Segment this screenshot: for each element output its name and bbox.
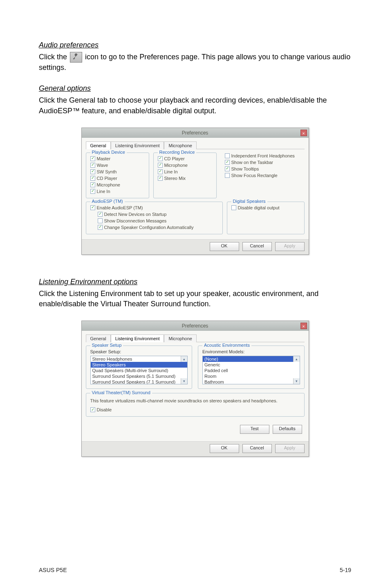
defaults-button[interactable]: Defaults	[273, 425, 302, 434]
enable-audioesp[interactable]: Enable AudioESP (TM)	[90, 205, 218, 210]
ok-button[interactable]: OK	[210, 444, 239, 453]
list-item[interactable]: Surround Sound Speakers (7.1 Surround)	[91, 379, 188, 384]
checkbox-icon[interactable]	[225, 173, 230, 178]
recording-device-group: Recording Device CD Player Microphone Li…	[153, 153, 217, 198]
checkbox-icon[interactable]	[98, 212, 103, 217]
speaker-setup-legend: Speaker Setup	[90, 343, 123, 348]
chevron-up-icon[interactable]: ▴	[293, 356, 300, 362]
virtual-theater-legend: Virtual Theater(TM) Surround	[90, 390, 152, 395]
tab-listening[interactable]: Listening Environment	[111, 141, 164, 149]
test-button[interactable]: Test	[240, 425, 269, 434]
list-item[interactable]: Room	[203, 373, 300, 379]
cancel-button[interactable]: Cancel	[242, 444, 272, 453]
checkbox-icon[interactable]	[225, 166, 230, 171]
listening-environment-heading: Listening Environment options	[39, 278, 351, 286]
checkbox-icon[interactable]	[158, 163, 163, 168]
digital-speakers-group: Digital Speakers Disable digital output	[227, 202, 305, 234]
checkbox-icon[interactable]	[90, 156, 95, 161]
list-item[interactable]: Stereo Speakers	[91, 362, 188, 368]
list-item[interactable]: Microphone	[90, 182, 145, 187]
list-item[interactable]: Independent Front Headphones	[225, 153, 300, 158]
list-item[interactable]: (None)	[203, 356, 300, 362]
list-item[interactable]: Master	[90, 156, 145, 161]
speaker-setup-group: Speaker Setup Speaker Setup: Stereo Head…	[86, 346, 193, 389]
checkbox-icon[interactable]	[90, 176, 95, 181]
speaker-setup-label: Speaker Setup:	[90, 349, 188, 354]
list-item[interactable]: Wave	[90, 163, 145, 168]
tab-microphone[interactable]: Microphone	[164, 334, 196, 342]
audioesp-legend: AudioESP (TM)	[90, 199, 125, 204]
chevron-down-icon[interactable]: ▾	[181, 378, 187, 384]
apply-button[interactable]: Apply	[275, 242, 305, 251]
text-before-icon: Click the	[39, 53, 69, 61]
checkbox-icon[interactable]	[225, 153, 230, 158]
list-item[interactable]: Line In	[158, 169, 212, 174]
general-options-heading: General options	[39, 84, 351, 93]
audioesp-group: AudioESP (TM) Enable AudioESP (TM) Detec…	[86, 202, 223, 234]
acoustic-legend: Acoustic Environments	[202, 343, 251, 348]
display-options-group: Independent Front Headphones Show on the…	[221, 153, 305, 198]
checkbox-icon[interactable]	[158, 156, 163, 161]
list-item[interactable]: Surround Sound Speakers (5.1 Surround)	[91, 373, 188, 379]
list-item[interactable]: Show on the Taskbar	[225, 160, 300, 165]
general-options-text: Click the General tab to choose your pla…	[39, 95, 351, 116]
checkbox-icon[interactable]	[158, 169, 163, 174]
speaker-setup-list[interactable]: Stereo Headphones Stereo Speakers Quad S…	[90, 356, 188, 384]
list-item[interactable]: Detect New Devices on Startup	[98, 212, 218, 217]
checkbox-icon[interactable]	[90, 169, 95, 174]
list-item[interactable]: Show Focus Rectangle	[225, 173, 300, 178]
list-item[interactable]: Bathroom	[203, 379, 300, 384]
list-item[interactable]: Stereo Mix	[158, 176, 212, 181]
tab-microphone[interactable]: Microphone	[164, 141, 196, 149]
checkbox-icon[interactable]	[90, 407, 95, 412]
list-item[interactable]: Microphone	[158, 163, 212, 168]
dialog-titlebar: Preferences ×	[82, 321, 309, 331]
close-icon[interactable]: ×	[300, 130, 307, 136]
audio-preferences-text: Click the icon to go to the Preferences …	[39, 52, 351, 73]
ok-button[interactable]: OK	[210, 242, 239, 251]
virtual-theater-desc: This feature virtualizes multi-channel m…	[90, 398, 300, 403]
virtual-theater-group: Virtual Theater(TM) Surround This featur…	[86, 393, 305, 417]
list-item[interactable]: CD Player	[158, 156, 212, 161]
list-item[interactable]: SW Synth	[90, 169, 145, 174]
tabs: General Listening Environment Microphone	[86, 141, 305, 149]
tab-general[interactable]: General	[86, 141, 111, 149]
list-item[interactable]: Quad Speakers (Multi-drive Surround)	[91, 368, 188, 373]
tabs: General Listening Environment Microphone	[86, 334, 305, 342]
list-item[interactable]: Generic	[203, 362, 300, 368]
chevron-up-icon[interactable]: ▴	[181, 356, 187, 362]
checkbox-icon[interactable]	[90, 189, 95, 194]
cancel-button[interactable]: Cancel	[242, 242, 272, 251]
close-icon[interactable]: ×	[300, 323, 307, 329]
checkbox-icon[interactable]	[231, 205, 236, 210]
checkbox-icon[interactable]	[90, 205, 95, 210]
list-item[interactable]: CD Player	[90, 176, 145, 181]
list-item[interactable]: Stereo Headphones	[91, 356, 188, 362]
acoustic-environments-group: Acoustic Environments Environment Models…	[198, 346, 305, 389]
checkbox-icon[interactable]	[98, 218, 103, 223]
list-item[interactable]: Padded cell	[203, 368, 300, 373]
acoustic-list[interactable]: (None) Generic Padded cell Room Bathroom…	[202, 356, 300, 384]
checkbox-icon[interactable]	[98, 225, 103, 230]
checkbox-icon[interactable]	[90, 163, 95, 168]
list-item[interactable]: Show Disconnection Messages	[98, 218, 218, 223]
disable-digital-output[interactable]: Disable digital output	[231, 205, 300, 210]
list-item[interactable]: Show Tooltips	[225, 166, 300, 171]
footer-left: ASUS P5E	[39, 567, 67, 573]
listening-environment-text: Click the Listening Environment tab to s…	[39, 289, 351, 309]
virtual-disable[interactable]: Disable	[90, 407, 300, 412]
chevron-down-icon[interactable]: ▾	[293, 378, 300, 384]
apply-button[interactable]: Apply	[275, 444, 305, 453]
dialog-title: Preferences	[182, 323, 208, 329]
recording-legend: Recording Device	[158, 150, 197, 155]
list-item[interactable]: Line In	[90, 189, 145, 194]
tab-general[interactable]: General	[86, 334, 111, 342]
checkbox-icon[interactable]	[90, 182, 95, 187]
dialog-title: Preferences	[182, 130, 208, 136]
checkbox-icon[interactable]	[225, 160, 230, 165]
checkbox-icon[interactable]	[158, 176, 163, 181]
tab-listening[interactable]: Listening Environment	[111, 334, 164, 342]
list-item[interactable]: Change Speaker Configuration Automatical…	[98, 225, 218, 230]
audio-preferences-heading: Audio preferences	[39, 41, 351, 49]
acoustic-label: Environment Models:	[202, 349, 300, 354]
